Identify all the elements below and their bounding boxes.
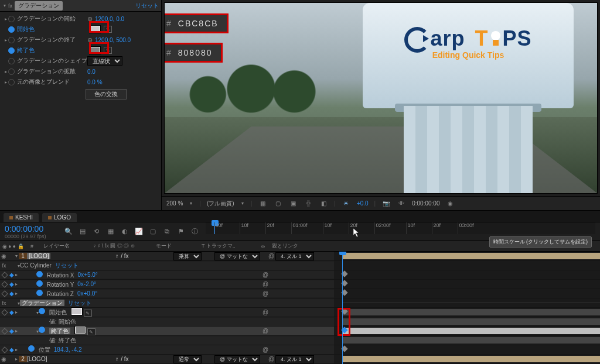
pickwhip-icon[interactable]: @ xyxy=(267,253,275,259)
guides-icon[interactable]: ╬ xyxy=(304,199,313,208)
prev-keyframe-icon[interactable] xyxy=(1,281,8,287)
region-icon[interactable]: ▣ xyxy=(288,199,298,208)
stopwatch-icon[interactable] xyxy=(8,58,15,64)
effect-row-gradient[interactable]: fx ▾グラデーション リセット xyxy=(0,298,600,308)
stopwatch-icon[interactable] xyxy=(8,37,15,43)
expr-icon[interactable]: ⓘ xyxy=(190,227,200,236)
caret-icon[interactable]: ▸ xyxy=(4,80,8,85)
rotation-z-value[interactable]: 0x+0.0° xyxy=(77,290,97,297)
swap-colors-button[interactable]: 色の交換 xyxy=(86,89,127,99)
stopwatch-icon[interactable] xyxy=(8,16,15,22)
start-color-swatch-tl[interactable] xyxy=(71,308,82,315)
blend-mode-select[interactable]: 乗算 xyxy=(173,252,202,260)
parent-select[interactable]: 4. ヌル 1 xyxy=(275,252,314,260)
stopwatch-icon[interactable] xyxy=(8,26,15,33)
parent-select[interactable]: 4. ヌル 1 xyxy=(275,355,314,363)
ruler-tooltip: 時間スケール (クリックしてサムを設定) xyxy=(489,236,592,248)
effect-reset-link[interactable]: リセット xyxy=(135,2,159,10)
eyedropper-icon[interactable]: ✎ xyxy=(87,328,96,335)
track-matte-select[interactable]: @ マットな xyxy=(214,355,260,363)
layer-name-header[interactable]: レイヤー名 xyxy=(43,242,88,250)
layer-switches[interactable]: ♀ / fx xyxy=(115,253,173,259)
composition-viewer[interactable]: arp TPS Editing Quick Tips # CBC8CB xyxy=(164,2,598,194)
comp-flow-icon[interactable]: ▤ xyxy=(78,227,87,236)
prop-row-end-color-value[interactable]: 値: 終了色 xyxy=(0,336,600,345)
layer-expand-caret[interactable]: ▾ xyxy=(14,253,19,259)
layer-row-logo-2[interactable]: ◉ ▸ 2 [LOGO] ♀ / fx 通常 @ マットな @ 4. ヌル 1 xyxy=(0,355,600,364)
render-icon[interactable]: ◉ xyxy=(445,199,455,208)
switches-header[interactable]: ♀ ♯ \ fx 圓 ◎ ◎ ⊙ xyxy=(93,242,151,250)
eye-icon[interactable]: ◉ xyxy=(0,253,7,259)
prop-row-rotation-z[interactable]: ◆▸ Rotation Z 0x+0.0° @ xyxy=(0,289,600,298)
effect-reset[interactable]: リセット xyxy=(55,262,79,270)
snapshot-icon[interactable]: 📷 xyxy=(381,199,391,208)
prop-end-ramp-label: グラデーションの終了 xyxy=(17,36,87,44)
prev-keyframe-icon[interactable] xyxy=(1,290,8,297)
stopwatch-icon[interactable] xyxy=(36,271,43,277)
stopwatch-icon[interactable] xyxy=(36,290,43,296)
layer-row-logo-1[interactable]: ◉ ▾ 1 [LOGO] ♀ / fx 乗算 @ マットな @ 4. ヌル 1 xyxy=(0,252,600,261)
ramp-shape-select[interactable]: 直線状 xyxy=(87,56,122,66)
position-value[interactable]: 184.3, -4.2 xyxy=(54,346,82,353)
rotation-y-value[interactable]: 0x-2.0° xyxy=(77,281,96,287)
prop-row-position[interactable]: ◆▸ 位置 184.3, -4.2 @ xyxy=(0,345,600,355)
channel-icon[interactable]: ◧ xyxy=(319,199,328,208)
layer-index: 2 xyxy=(19,356,27,362)
effect-reset[interactable]: リセット xyxy=(68,299,91,307)
track-matte-header[interactable]: T トラックマ.. xyxy=(202,242,254,250)
timeline-tab-logo[interactable]: LOGO xyxy=(42,213,77,222)
track-matte-select[interactable]: @ マットな xyxy=(214,252,260,260)
add-keyframe-icon[interactable]: ◆ xyxy=(9,272,14,278)
blend-mode-select[interactable]: 通常 xyxy=(173,355,202,363)
motion-blur-icon[interactable]: ◐ xyxy=(120,227,129,236)
prop-row-start-color[interactable]: ◆▸ ▾ 開始色 ✎ @ xyxy=(0,308,600,317)
prev-keyframe-icon[interactable] xyxy=(1,272,8,278)
shy-icon[interactable]: ⟲ xyxy=(92,227,101,236)
stopwatch-icon[interactable] xyxy=(8,47,15,54)
caret-icon[interactable]: ▸ xyxy=(4,37,8,43)
effect-title[interactable]: グラデーション xyxy=(15,1,63,11)
effect-collapse-caret[interactable]: ▾ xyxy=(2,3,7,8)
mask-icon[interactable]: ▢ xyxy=(273,199,282,208)
grid-icon[interactable]: ▦ xyxy=(258,199,267,208)
add-keyframe-icon[interactable]: ◆ xyxy=(9,281,14,287)
prop-row-start-color-value[interactable]: 値: 開始色 xyxy=(0,317,600,327)
stopwatch-icon[interactable] xyxy=(8,79,15,85)
stopwatch-icon[interactable] xyxy=(8,68,15,75)
timeline-tab-keshi[interactable]: KESHI xyxy=(4,213,39,222)
graph-icon[interactable]: 📈 xyxy=(134,227,144,236)
prop-scatter-value[interactable]: 0.0 xyxy=(87,68,96,75)
preview-timecode[interactable]: 0:00:00:00 xyxy=(412,200,439,207)
eyedropper-icon[interactable]: ✎ xyxy=(84,310,92,317)
search-icon[interactable]: 🔍 xyxy=(64,227,73,236)
exposure-icon[interactable]: ☀ xyxy=(342,199,351,208)
prop-blend-value[interactable]: 0.0 % xyxy=(87,79,103,85)
layer-name[interactable]: [LOGO] xyxy=(27,253,50,259)
marker-icon[interactable]: ⚑ xyxy=(176,227,186,236)
end-color-swatch-tl[interactable] xyxy=(75,327,86,334)
snap-icon[interactable]: ⧉ xyxy=(162,227,172,236)
parent-header[interactable]: 親とリンク xyxy=(272,242,336,250)
caret-icon[interactable]: ▸ xyxy=(4,16,8,22)
pickwhip-icon[interactable]: @ xyxy=(261,272,270,278)
draft3d-icon[interactable]: ▢ xyxy=(148,227,158,236)
layer-name[interactable]: [LOGO] xyxy=(27,356,47,362)
add-keyframe-icon[interactable]: ◆ xyxy=(9,290,14,297)
mode-header[interactable]: モード xyxy=(156,242,197,250)
caret-icon[interactable]: ▸ xyxy=(4,69,8,74)
stopwatch-icon[interactable] xyxy=(36,280,43,287)
playhead-line[interactable] xyxy=(342,252,343,364)
time-ruler[interactable]: 00f 10f 20f 01:00f 10f 20f 02:00f 10f 20… xyxy=(206,222,595,234)
exposure-value[interactable]: +0.0 xyxy=(357,200,369,207)
show-snapshot-icon[interactable]: 👁 xyxy=(397,199,406,208)
rotation-x-value[interactable]: 0x+5.0° xyxy=(77,272,97,278)
effect-row-cc-cylinder[interactable]: fx ▾CC Cylinder リセット xyxy=(0,261,600,270)
eye-icon[interactable]: ◉ xyxy=(0,356,7,362)
quality-select[interactable]: (フル画質) xyxy=(207,200,234,208)
frame-blend-icon[interactable]: ▦ xyxy=(106,227,115,236)
current-timecode[interactable]: 0:00:00:00 xyxy=(5,224,46,233)
zoom-level[interactable]: 200 % xyxy=(166,200,183,207)
prop-row-rotation-x[interactable]: ◆▸ Rotation X 0x+5.0° @ xyxy=(0,270,600,280)
prop-row-end-color[interactable]: ◆▸ ▾ 終了色 ✎ @ xyxy=(0,327,600,336)
prop-row-rotation-y[interactable]: ◆▸ Rotation Y 0x-2.0° @ xyxy=(0,280,600,289)
